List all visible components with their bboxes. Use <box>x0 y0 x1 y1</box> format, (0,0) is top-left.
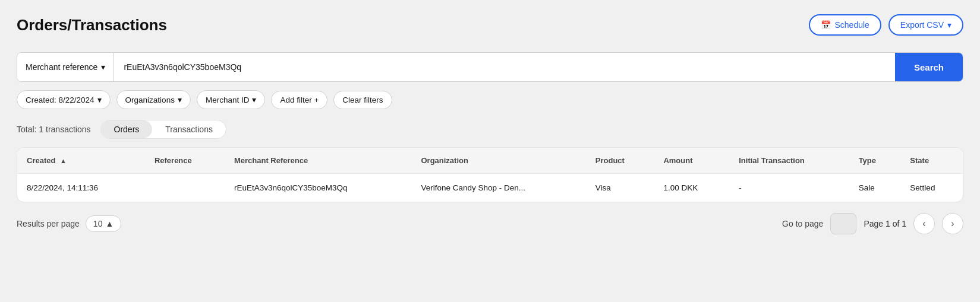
table-row: 8/22/2024, 14:11:36 rEuEtA3v3n6qolCY35bo… <box>17 174 963 202</box>
col-type: Type <box>849 148 901 174</box>
chevron-down-icon: ▾ <box>101 62 105 72</box>
chevron-down-icon: ▾ <box>947 20 951 30</box>
merchant-ref-dropdown[interactable]: Merchant reference ▾ <box>17 53 114 81</box>
per-page-selector[interactable]: 10 ▲ <box>86 215 121 232</box>
search-button[interactable]: Search <box>895 53 963 81</box>
col-initial-transaction: Initial Transaction <box>729 148 849 174</box>
created-filter[interactable]: Created: 8/22/2024 ▾ <box>17 90 111 109</box>
merchant-id-filter[interactable]: Merchant ID ▾ <box>197 90 266 109</box>
cell-reference <box>145 174 225 202</box>
col-organization: Organization <box>411 148 585 174</box>
add-filter-button[interactable]: Add filter + <box>271 91 327 109</box>
cell-organization: Verifone Candy Shop - Den... <box>411 174 585 202</box>
next-page-button[interactable]: › <box>942 213 963 234</box>
col-amount: Amount <box>654 148 729 174</box>
chevron-down-icon: ▾ <box>178 95 182 104</box>
page-input[interactable] <box>830 213 856 234</box>
cell-type: Sale <box>849 174 901 202</box>
col-product: Product <box>586 148 654 174</box>
cell-product: Visa <box>586 174 654 202</box>
view-tab-group: Orders Transactions <box>100 120 226 139</box>
cell-amount: 1.00 DKK <box>654 174 729 202</box>
results-tabs-row: Total: 1 transactions Orders Transaction… <box>17 120 963 139</box>
calendar-icon: 📅 <box>821 20 831 30</box>
total-label: Total: 1 transactions <box>17 125 91 134</box>
cell-merchant-reference: rEuEtA3v3n6qolCY35boeM3Qq <box>225 174 412 202</box>
tab-orders[interactable]: Orders <box>101 120 153 138</box>
data-table: Created ▲ Reference Merchant Reference O… <box>17 147 963 202</box>
chevron-down-icon: ▾ <box>252 95 256 104</box>
filter-row: Created: 8/22/2024 ▾ Organizations ▾ Mer… <box>17 90 963 109</box>
header-actions: 📅 Schedule Export CSV ▾ <box>809 14 963 36</box>
prev-page-button[interactable]: ‹ <box>913 213 935 234</box>
cell-created: 8/22/2024, 14:11:36 <box>17 174 145 202</box>
search-input[interactable] <box>114 53 895 81</box>
col-created[interactable]: Created ▲ <box>17 148 145 174</box>
page-title: Orders/Transactions <box>17 16 167 34</box>
pagination: Go to page Page 1 of 1 ‹ › <box>782 213 963 234</box>
page-header: Orders/Transactions 📅 Schedule Export CS… <box>17 14 963 36</box>
results-per-page-label: Results per page <box>17 219 80 228</box>
chevron-down-icon: ▾ <box>97 95 102 104</box>
cell-state: Settled <box>900 174 963 202</box>
page-info: Page 1 of 1 <box>864 219 906 228</box>
results-per-page: Results per page 10 ▲ <box>17 215 121 232</box>
col-merchant-reference: Merchant Reference <box>225 148 412 174</box>
footer-row: Results per page 10 ▲ Go to page Page 1 … <box>17 213 963 234</box>
clear-filters-button[interactable]: Clear filters <box>333 91 392 109</box>
col-state: State <box>900 148 963 174</box>
organizations-filter[interactable]: Organizations ▾ <box>116 90 191 109</box>
search-bar: Merchant reference ▾ Search <box>17 52 963 82</box>
col-reference: Reference <box>145 148 225 174</box>
schedule-button[interactable]: 📅 Schedule <box>809 14 881 36</box>
sort-asc-icon: ▲ <box>60 157 67 164</box>
chevron-up-icon: ▲ <box>105 219 114 228</box>
tab-transactions[interactable]: Transactions <box>152 120 226 138</box>
cell-initial-transaction: - <box>729 174 849 202</box>
go-to-page-label: Go to page <box>782 219 823 228</box>
export-csv-button[interactable]: Export CSV ▾ <box>888 14 963 36</box>
table-header-row: Created ▲ Reference Merchant Reference O… <box>17 148 963 174</box>
